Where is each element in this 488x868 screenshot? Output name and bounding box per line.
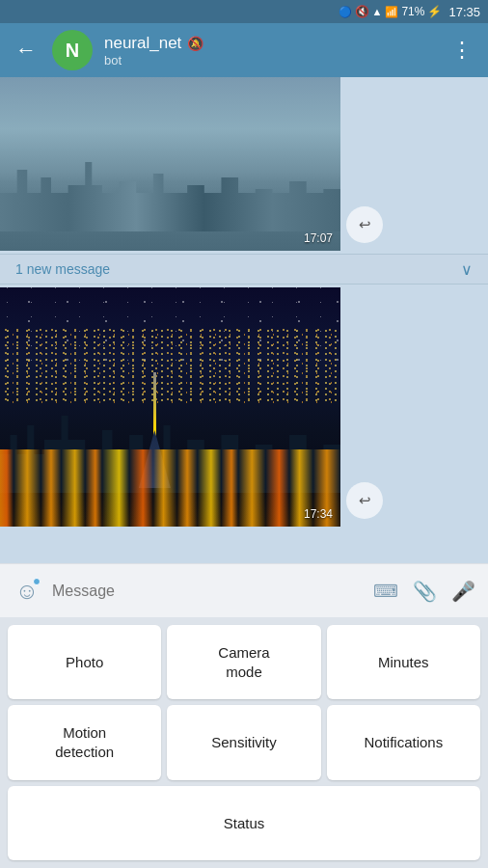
contact-subtitle: bot bbox=[104, 53, 436, 68]
wifi-icon: ▲ bbox=[372, 6, 383, 17]
message-2: 17:34 ↩ bbox=[0, 287, 383, 527]
message-1: 17:07 ↩ bbox=[0, 77, 383, 251]
more-options-button[interactable]: ⋮ bbox=[447, 34, 476, 67]
microphone-button[interactable]: 🎤 bbox=[447, 576, 478, 607]
header-info: neural_net 🔕 bot bbox=[104, 34, 436, 68]
message-image-day[interactable]: 17:07 bbox=[0, 77, 340, 251]
sensitivity-button[interactable]: Sensitivity bbox=[167, 705, 320, 779]
minutes-button[interactable]: Minutes bbox=[327, 625, 480, 699]
paperclip-icon: 📎 bbox=[413, 580, 437, 603]
emoji-notification-dot bbox=[33, 578, 41, 585]
chat-header: ← N neural_net 🔕 bot ⋮ bbox=[0, 23, 488, 77]
chat-area: 17:07 ↩ 1 new message ∨ 17:34 ↩ bbox=[0, 77, 488, 617]
mute-status-icon: 🔕 bbox=[187, 36, 203, 51]
message-image-night[interactable]: 17:34 bbox=[0, 287, 340, 527]
new-message-text: 1 new message bbox=[15, 261, 110, 277]
emoji-button[interactable]: ☺ bbox=[10, 574, 44, 609]
bluetooth-icon: 🔵 bbox=[339, 6, 352, 18]
bot-keyboard: Photo Cameramode Minutes Motiondetection… bbox=[0, 617, 488, 868]
camera-mode-button[interactable]: Cameramode bbox=[167, 625, 320, 699]
signal-icon: 📶 bbox=[385, 6, 398, 18]
buildings-silhouette-day bbox=[0, 154, 340, 231]
motion-detection-button[interactable]: Motiondetection bbox=[8, 705, 161, 779]
message-timestamp-2: 17:34 bbox=[304, 507, 333, 521]
avatar: N bbox=[52, 30, 93, 70]
keyboard-row-3: Status bbox=[8, 786, 480, 860]
road-reflection bbox=[0, 488, 340, 527]
battery-icon: ⚡ bbox=[427, 5, 442, 18]
message-input-area: ☺ ⌨ 📎 🎤 bbox=[0, 563, 488, 617]
chevron-down-icon: ∨ bbox=[461, 260, 473, 279]
status-icons: 🔵 🔇 ▲ 📶 71% ⚡ 17:35 bbox=[339, 5, 480, 19]
microphone-icon: 🎤 bbox=[451, 580, 475, 603]
attach-button[interactable]: 📎 bbox=[409, 576, 440, 607]
keyboard-icon: ⌨ bbox=[373, 581, 398, 602]
keyboard-toggle-button[interactable]: ⌨ bbox=[370, 576, 401, 607]
message-input[interactable] bbox=[52, 583, 363, 600]
battery-percent: 71% bbox=[401, 5, 424, 18]
forward-button-1[interactable]: ↩ bbox=[346, 206, 383, 243]
contact-name: neural_net 🔕 bbox=[104, 34, 436, 53]
photo-button[interactable]: Photo bbox=[8, 625, 161, 699]
status-bar: 🔵 🔇 ▲ 📶 71% ⚡ 17:35 bbox=[0, 0, 488, 23]
keyboard-row-1: Photo Cameramode Minutes bbox=[8, 625, 480, 699]
status-button[interactable]: Status bbox=[8, 786, 480, 860]
notifications-button[interactable]: Notifications bbox=[327, 705, 480, 779]
back-button[interactable]: ← bbox=[12, 34, 41, 67]
keyboard-row-2: Motiondetection Sensitivity Notification… bbox=[8, 705, 480, 779]
clock: 17:35 bbox=[448, 5, 480, 19]
message-timestamp-1: 17:07 bbox=[304, 231, 333, 245]
mute-icon: 🔇 bbox=[355, 5, 369, 18]
new-message-banner[interactable]: 1 new message ∨ bbox=[0, 254, 488, 285]
forward-button-2[interactable]: ↩ bbox=[346, 482, 383, 519]
